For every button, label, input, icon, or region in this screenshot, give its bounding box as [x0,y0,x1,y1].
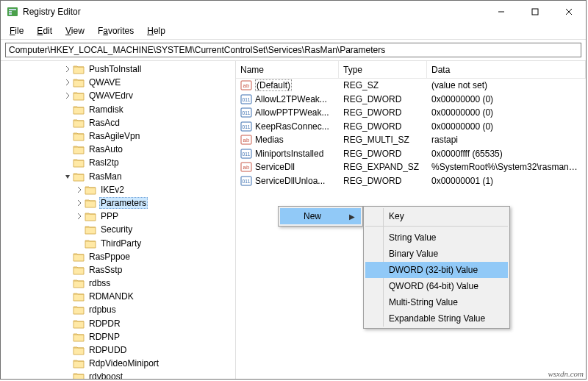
tree-item[interactable]: Ramdisk [1,103,235,116]
minimize-button[interactable] [484,1,518,23]
tree-label: PPP [99,211,120,221]
tree-item[interactable]: rdbss [1,277,235,290]
svg-text:011: 011 [243,124,251,129]
tree-item[interactable]: RDPNP [1,330,235,343]
ctx-new[interactable]: New ▶ [280,208,361,224]
ctx-item[interactable]: Binary Value [365,246,508,262]
value-data: 0x00000001 (1) [427,176,586,186]
ctx-item[interactable]: String Value [365,229,508,246]
tree-item[interactable]: RDMANDK [1,290,235,303]
tree-label: RdpVideoMiniport [87,358,160,368]
spacer [62,118,73,128]
maximize-button[interactable] [518,1,552,23]
menu-file[interactable]: File [4,24,29,38]
col-type[interactable]: Type [339,61,427,78]
svg-rect-5 [532,9,538,15]
chevron-right-icon[interactable] [74,211,85,221]
address-input[interactable] [5,43,581,57]
folder-icon [73,131,85,141]
svg-rect-2 [9,11,12,13]
value-data: 0x00000000 (0) [427,121,586,132]
tree-label: RDPDR [87,318,122,329]
folder-icon [73,265,85,275]
watermark: wsxdn.com [548,369,584,378]
value-row[interactable]: abMediasREG_MULTI_SZrastapi [236,133,586,147]
value-row[interactable]: abServiceDllREG_EXPAND_SZ%SystemRoot%\Sy… [236,160,586,174]
tree-item[interactable]: RasAgileVpn [1,129,235,143]
chevron-right-icon[interactable] [62,64,73,74]
tree-label: IKEv2 [99,185,126,195]
tree-item[interactable]: IKEv2 [1,183,235,196]
ctx-item[interactable]: QWORD (64-bit) Value [365,278,508,294]
value-row[interactable]: 011ServiceDllUnloa...REG_DWORD0x00000001… [236,174,586,188]
tree-item[interactable]: RasMan [1,170,235,183]
menu-help[interactable]: Help [141,24,171,38]
tree-item[interactable]: rdvboost [1,370,235,379]
tree-item[interactable]: rdpbus [1,303,235,316]
tree-label: Rasl2tp [87,157,121,168]
tree-item[interactable]: RasPppoe [1,250,235,263]
spacer [62,265,73,275]
tree-item[interactable]: ThirdParty [1,236,235,249]
string-value-icon: ab [240,161,252,173]
value-data: (value not set) [427,80,586,90]
chevron-right-icon[interactable] [62,77,73,88]
value-name: ServiceDllUnloa... [255,176,325,186]
value-row[interactable]: 011AllowPPTPWeak...REG_DWORD0x00000000 (… [236,106,586,120]
menu-favorites[interactable]: Favorites [92,24,140,38]
tree-label: RasAcd [87,118,121,128]
context-menu-primary[interactable]: New ▶ [278,206,363,227]
menu-edit[interactable]: Edit [31,24,58,38]
value-name: (Default) [255,79,292,91]
value-row[interactable]: 011AllowL2TPWeak...REG_DWORD0x00000000 (… [236,93,586,107]
tree-item[interactable]: RdpVideoMiniport [1,357,235,370]
tree-item[interactable]: Rasl2tp [1,156,235,169]
value-name: AllowPPTPWeak... [255,107,329,118]
chevron-right-icon[interactable] [74,185,85,195]
menu-view[interactable]: View [60,24,90,38]
tree-item[interactable]: Security [1,223,235,236]
tree-item[interactable]: RDPUDD [1,343,235,357]
tree-item[interactable]: PushToInstall [1,63,235,76]
ctx-item[interactable]: Key [365,208,508,227]
tree-label: QWAVEdrv [87,90,135,101]
tree-label: RDMANDK [87,291,135,302]
chevron-right-icon[interactable] [62,90,73,101]
spacer [74,224,85,235]
chevron-down-icon[interactable] [62,171,73,182]
col-data[interactable]: Data [427,61,586,78]
value-type: REG_SZ [339,80,427,90]
list-header: Name Type Data [236,61,586,79]
tree-item[interactable]: RasAuto [1,143,235,156]
col-name[interactable]: Name [236,61,339,78]
tree-item[interactable]: RDPDR [1,317,235,330]
svg-rect-1 [9,9,16,10]
tree-item[interactable]: RasSstp [1,263,235,277]
svg-text:011: 011 [243,97,251,102]
folder-icon [85,198,96,208]
chevron-right-icon[interactable] [74,198,85,208]
tree-pane[interactable]: PushToInstallQWAVEQWAVEdrvRamdiskRasAcdR… [1,61,236,379]
ctx-item[interactable]: Expandable String Value [365,310,508,327]
svg-text:011: 011 [243,179,251,184]
close-button[interactable] [552,1,586,23]
spacer [62,318,73,329]
value-data: 0x0000ffff (65535) [427,149,586,159]
ctx-item[interactable]: DWORD (32-bit) Value [365,262,508,278]
tree-item[interactable]: QWAVEdrv [1,89,235,102]
tree-item[interactable]: RasAcd [1,116,235,129]
folder-icon [73,157,85,168]
value-row[interactable]: ab(Default)REG_SZ(value not set) [236,79,586,93]
value-type: REG_MULTI_SZ [339,135,427,145]
value-row[interactable]: 011MiniportsInstalledREG_DWORD0x0000ffff… [236,147,586,161]
tree-item[interactable]: Parameters [1,196,235,210]
context-menu-sub[interactable]: KeyString ValueBinary ValueDWORD (32-bit… [363,206,510,329]
tree-label: QWAVE [87,77,122,88]
tree-item[interactable]: QWAVE [1,76,235,89]
tree-label: RasSstp [87,265,123,275]
ctx-item[interactable]: Multi-String Value [365,294,508,310]
tree-item[interactable]: PPP [1,210,235,223]
value-row[interactable]: 011KeepRasConnec...REG_DWORD0x00000000 (… [236,120,586,134]
value-type: REG_DWORD [339,94,427,104]
spacer [62,144,73,154]
